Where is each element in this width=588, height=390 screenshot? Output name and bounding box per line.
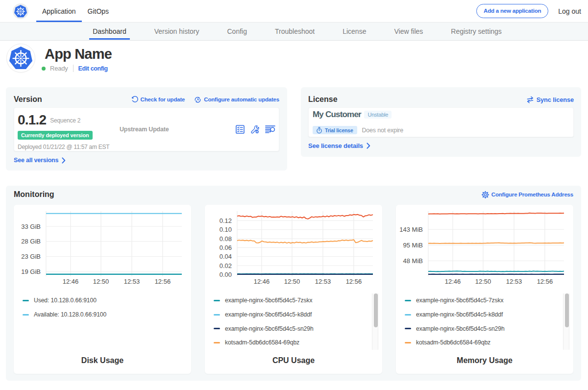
legend-scrollbar[interactable] [372,293,378,350]
legend-scrollbar[interactable] [563,293,569,350]
legend-dash [214,328,220,329]
edit-config-link[interactable]: Edit config [78,65,108,72]
topnav-right: Add a new application Log out [476,4,581,18]
upstream-update-label: Upstream Update [120,126,169,133]
y-axis-tick-label: 23 GiB [21,253,41,260]
see-license-details-link[interactable]: See license details [308,142,370,149]
current-version-box: 0.1.2 Sequence 2 Currently deployed vers… [14,107,279,151]
x-axis-tick-label: 12:56 [346,278,362,285]
legend-item[interactable]: example-nginx-5bc6f5d4c5-7zskx [205,293,382,308]
check-update-icon [131,96,138,103]
configure-automatic-updates-link[interactable]: Configure automatic updates [194,96,279,103]
legend-item[interactable]: kotsadm-5db6dc6584-69qbz [396,336,573,350]
deployed-badge: Currently deployed version [18,131,93,140]
chart-legend: example-nginx-5bc6f5d4c5-7zskxexample-ng… [205,293,382,350]
legend-item[interactable]: example-nginx-5bc6f5d4c5-k8ddf [396,308,573,322]
subnav-dashboard[interactable]: Dashboard [89,23,130,40]
chart-plot: 33 GiB28 GiB23 GiB19 GiB12:4612:5012:531… [14,205,191,288]
chart-plot: 143 MiB95 MiB48 MiB12:4612:5012:5312:56 [396,205,573,288]
legend-dash [23,300,29,301]
configure-prometheus-label: Configure Prometheus Address [491,192,573,197]
legend-item[interactable]: Used: 10.128.0.66:9100 [14,293,191,308]
chart-legend: example-nginx-5bc6f5d4c5-7zskxexample-ng… [396,293,573,350]
subnav-config[interactable]: Config [224,23,250,40]
kubernetes-logo-icon [8,46,33,71]
charts-row: 33 GiB28 GiB23 GiB19 GiB12:4612:5012:531… [14,205,573,374]
legend-item[interactable]: kotsadm-5db6dc6584-69qbz [205,336,382,350]
legend-label: example-nginx-5bc6f5d4c5-7zskx [416,297,504,304]
y-axis-tick-label: 0.02 [220,262,232,269]
sync-license-link[interactable]: Sync license [526,96,574,103]
legend-label: Available: 10.128.0.66:9100 [34,311,106,318]
preflight-checklist-icon [236,125,245,134]
legend-dash [405,300,411,301]
gear-icon [482,191,489,198]
x-axis-tick-label: 12:53 [315,278,331,285]
cpu-usage-graph-card: 0.120.100.080.060.040.020.0012:4612:5012… [205,205,382,374]
automatic-updates-icon [194,96,201,103]
view-config-button[interactable] [250,125,260,134]
topnav-tabs: Application GitOps [36,0,115,22]
legend-label: example-nginx-5bc6f5d4c5-sn29h [416,325,505,332]
legend-item[interactable]: example-nginx-5bc6f5d4c5-sn29h [205,321,382,336]
y-axis-tick-label: 33 GiB [21,223,41,230]
y-axis-tick-label: 0.10 [220,226,232,233]
legend-scrollbar-thumb[interactable] [565,293,569,327]
legend-label: example-nginx-5bc6f5d4c5-k8ddf [225,311,312,318]
y-axis-tick-label: 19 GiB [21,268,41,275]
see-license-details-label: See license details [308,142,363,149]
app-subnav: Dashboard Version history Config Trouble… [0,23,588,41]
y-axis-tick-label: 143 MiB [399,226,423,233]
x-axis-tick-label: 12:53 [506,278,522,285]
memory-usage-graph-card: 143 MiB95 MiB48 MiB12:4612:5012:5312:56e… [396,205,573,374]
x-axis-tick-label: 12:46 [254,278,270,285]
x-axis-tick-label: 12:50 [284,278,300,285]
subnav-view-files[interactable]: View files [391,23,426,40]
sync-license-icon [526,96,534,103]
brand-logo[interactable] [13,3,28,19]
series-line [428,271,564,271]
subnav-troubleshoot[interactable]: Troubleshoot [271,23,318,40]
status-dot [42,67,46,71]
see-all-versions-label: See all versions [14,157,58,164]
monitoring-title: Monitoring [14,190,54,199]
legend-item[interactable]: example-nginx-5bc6f5d4c5-7zskx [396,293,573,308]
check-for-update-link[interactable]: Check for update [131,96,185,103]
license-expiry: Does not expire [362,127,404,134]
subnav-version-history[interactable]: Version history [151,23,203,40]
y-axis-tick-label: 48 MiB [403,257,423,265]
tab-gitops[interactable]: GitOps [82,0,115,22]
subnav-license[interactable]: License [339,23,369,40]
legend-dash [405,328,411,329]
app-header: App Name Ready Edit config [0,41,588,83]
view-logs-icon [265,125,275,134]
series-line [237,215,373,219]
deploy-logs-button[interactable] [265,125,275,134]
legend-item[interactable]: Available: 10.128.0.66:9100 [14,308,191,322]
customer-name: My Customer [313,110,361,120]
channel-badge: Unstable [364,111,392,119]
trial-clock-icon [316,127,322,134]
y-axis-tick-label: 0.12 [220,217,232,224]
series-line [237,240,373,243]
legend-item[interactable]: example-nginx-5bc6f5d4c5-sn29h [396,321,573,336]
x-axis-tick-label: 12:50 [475,278,491,285]
y-axis-tick-label: 0.04 [220,253,232,260]
chevron-right-icon [367,143,370,149]
preflight-checks-button[interactable] [236,125,245,134]
configure-updates-label: Configure automatic updates [204,97,279,102]
see-all-versions-link[interactable]: See all versions [14,157,66,164]
logout-link[interactable]: Log out [558,7,581,15]
app-status-text: Ready [50,65,68,72]
x-axis-tick-label: 12:50 [93,278,109,285]
check-for-update-label: Check for update [141,97,185,102]
legend-item[interactable]: example-nginx-5bc6f5d4c5-k8ddf [205,308,382,322]
tab-application[interactable]: Application [36,0,82,22]
chart-plot: 0.120.100.080.060.040.020.0012:4612:5012… [205,205,382,288]
series-line [428,213,564,214]
add-application-button[interactable]: Add a new application [476,4,548,18]
divider [73,65,74,72]
legend-scrollbar-thumb[interactable] [374,293,378,327]
subnav-registry-settings[interactable]: Registry settings [447,23,505,40]
configure-prometheus-link[interactable]: Configure Prometheus Address [482,191,573,198]
